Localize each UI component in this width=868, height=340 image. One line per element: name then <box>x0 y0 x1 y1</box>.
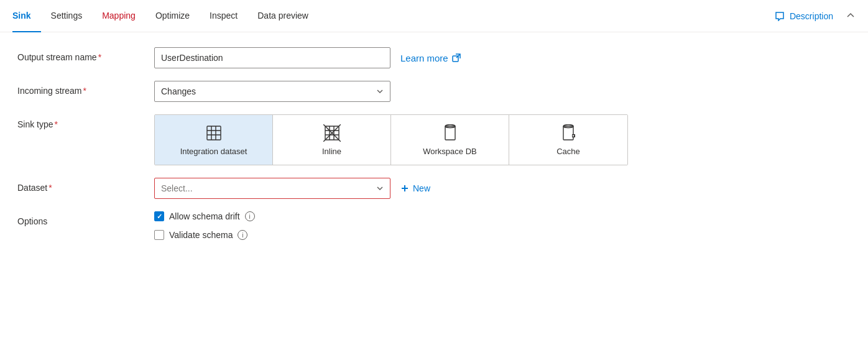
sink-type-label: Sink type* <box>17 114 154 129</box>
options-label: Options <box>17 211 154 226</box>
dataset-select[interactable]: Select... <box>154 178 390 199</box>
svg-rect-1 <box>207 126 221 140</box>
svg-rect-13 <box>445 126 455 140</box>
tab-bar: Sink Settings Mapping Optimize Inspect D… <box>0 0 868 32</box>
plus-icon <box>400 184 409 193</box>
incoming-stream-row: Incoming stream* Changes <box>17 81 851 102</box>
sink-type-inline[interactable]: Inline <box>273 115 391 165</box>
allow-schema-drift-checkbox[interactable] <box>154 211 164 221</box>
tab-mapping[interactable]: Mapping <box>92 1 145 32</box>
incoming-stream-label: Incoming stream* <box>17 81 154 96</box>
new-button[interactable]: New <box>400 183 430 193</box>
learn-more-link[interactable]: Learn more <box>400 53 461 63</box>
workspace-db-icon <box>441 124 459 142</box>
options-row: Options Allow schema drift i Validate sc… <box>17 211 851 249</box>
output-stream-label: Output stream name* <box>17 47 154 62</box>
sink-type-row: Sink type* Integration dataset <box>17 114 851 165</box>
output-stream-controls: Learn more <box>154 47 851 68</box>
chat-icon <box>775 11 785 21</box>
allow-schema-drift-row: Allow schema drift i <box>154 211 255 221</box>
validate-schema-checkbox[interactable] <box>154 230 164 240</box>
description-button[interactable]: Description <box>775 10 856 22</box>
chevron-up-icon <box>846 10 856 20</box>
dataset-row: Dataset* Select... New <box>17 178 851 199</box>
options-fields: Allow schema drift i Validate schema i <box>154 211 255 249</box>
validate-schema-info-icon[interactable]: i <box>238 230 247 240</box>
cache-icon <box>560 124 577 142</box>
allow-schema-drift-info-icon[interactable]: i <box>245 211 255 221</box>
collapse-button[interactable] <box>846 10 856 22</box>
sink-type-controls: Integration dataset Inline <box>154 114 851 165</box>
inline-icon <box>323 124 341 142</box>
sink-type-integration-dataset[interactable]: Integration dataset <box>155 115 273 165</box>
options-controls: Allow schema drift i Validate schema i <box>154 211 851 249</box>
incoming-stream-select[interactable]: Changes <box>154 81 390 102</box>
tab-inspect[interactable]: Inspect <box>200 1 247 32</box>
sink-content: Output stream name* Learn more Incoming … <box>0 32 868 276</box>
tab-optimize[interactable]: Optimize <box>145 1 200 32</box>
tab-sink[interactable]: Sink <box>12 1 41 32</box>
tab-data-preview[interactable]: Data preview <box>247 1 318 32</box>
sink-type-cache[interactable]: Cache <box>509 115 627 165</box>
dataset-chevron-icon <box>376 185 384 192</box>
sink-type-group: Integration dataset Inline <box>154 114 628 165</box>
validate-schema-row: Validate schema i <box>154 230 255 240</box>
external-link-icon <box>452 53 461 62</box>
dataset-label: Dataset* <box>17 178 154 193</box>
tab-settings[interactable]: Settings <box>41 1 93 32</box>
output-stream-row: Output stream name* Learn more <box>17 47 851 68</box>
sink-type-workspace-db[interactable]: Workspace DB <box>391 115 509 165</box>
dataset-controls: Select... New <box>154 178 851 199</box>
incoming-stream-controls: Changes <box>154 81 851 102</box>
svg-rect-15 <box>563 126 573 140</box>
output-stream-name-input[interactable] <box>154 47 390 68</box>
chevron-down-icon <box>376 88 384 95</box>
integration-dataset-icon <box>205 124 223 142</box>
